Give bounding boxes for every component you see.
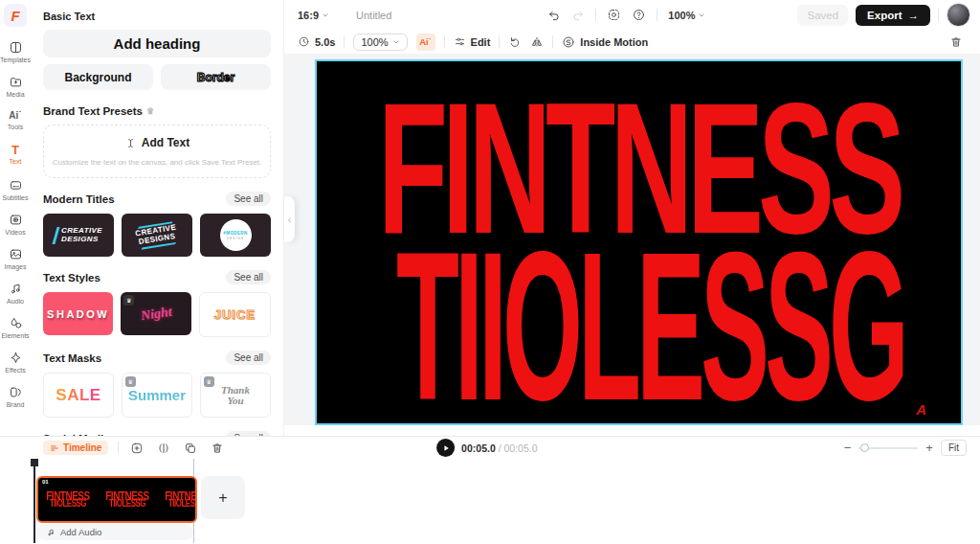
play-button[interactable] [436,439,455,457]
text-mask-thumb-sale[interactable]: SALE [43,373,114,418]
thumb-text: SALE [56,386,100,405]
text-mask-thumb-thank-you[interactable]: ♛ Thank You [200,373,271,418]
sidebar-item-label: Images [5,263,27,270]
panel-collapse-button[interactable]: ‹ [284,196,295,242]
add-scene-button[interactable] [130,442,144,455]
text-style-thumb-shadow[interactable]: SHADOW [43,292,113,335]
add-text-preset-box[interactable]: Add Text Customize the text on the canva… [43,125,271,178]
sidebar-item-audio[interactable]: Audio [0,276,31,309]
text-masks-title: Text Masks [43,352,101,364]
sidebar-item-label: Media [6,91,24,98]
elements-shapes-icon [9,316,23,330]
premium-crown-badge: ♛ [204,376,214,387]
top-toolbar: 16:9 Untitled 100% Saved Export [284,0,980,30]
split-button[interactable] [157,442,170,455]
text-scale-value: 100% [361,36,388,48]
text-panel: Basic Text Add heading Background Border… [31,0,284,436]
redo-button[interactable] [571,9,585,22]
ai-tools-icon: Ai˙ [9,110,21,122]
modern-title-thumb-2[interactable]: CREATIVEDESIGNS [122,214,192,257]
add-text-label: Add Text [142,136,189,149]
preset-hint: Customize the text on the canvas, and cl… [52,158,262,167]
inside-motion-button[interactable]: Inside Motion [562,35,648,49]
clip-thumb-text: TIIOLESSG [157,499,197,509]
ai-text-button[interactable]: Ai˙ [416,34,435,51]
user-avatar[interactable] [947,3,970,27]
playhead-line[interactable] [33,459,35,543]
sidebar-item-effects[interactable]: Effects [0,345,31,378]
sidebar-item-label: Tools [8,124,23,130]
chevron-down-icon [322,11,329,19]
text-scale-dropdown[interactable]: 100% [353,34,407,51]
background-text-button[interactable]: Background [43,64,153,90]
clip-thumb-text: TIIOLESSG [38,499,98,509]
social-media-see-all[interactable]: See all [226,431,271,436]
divider [552,35,553,48]
border-text-button[interactable]: Border [161,64,271,90]
export-button[interactable]: Export → [856,5,930,26]
app-logo[interactable]: F [4,4,27,27]
delete-clip-button[interactable] [211,442,224,455]
stage-area: 16:9 Untitled 100% Saved Export [284,0,980,425]
video-canvas[interactable]: FINTNESS TIIOLESSG A [315,59,963,425]
sidebar-item-brand[interactable]: Brand [0,379,31,413]
focus-frame-button[interactable] [607,8,621,22]
inside-motion-icon [562,35,575,49]
text-masks-see-all[interactable]: See all [226,351,271,365]
premium-crown-badge: ♛ [123,295,134,306]
videos-icon [9,213,23,227]
edit-button[interactable]: Edit [454,35,491,48]
aspect-ratio-dropdown[interactable]: 16:9 [298,10,329,21]
fit-button[interactable]: Fit [941,440,967,456]
playhead-handle[interactable] [31,459,38,466]
thumb-text: SHADOW [47,308,109,320]
canvas-watermark: A [916,401,926,418]
effects-sparkle-icon [9,351,23,365]
sidebar-item-ai-tools[interactable]: Ai˙ Tools [0,103,31,137]
canvas-zoom-dropdown[interactable]: 100% [668,10,705,21]
templates-icon [9,40,23,55]
rotate-button[interactable] [508,35,522,49]
sidebar-item-media[interactable]: Media [0,69,31,102]
chevron-down-icon [392,38,400,46]
timeline-icon [50,443,59,453]
element-toolbar: 5.0s 100% Ai˙ Edit Inside Motion [284,30,980,54]
duration-control[interactable]: 5.0s [298,35,335,48]
timeline-panel: Timeline 00:05.0 / 00:05.0 − [0,425,980,544]
modern-title-thumb-3[interactable]: #MODERN DESIGN [200,214,271,257]
divider [657,9,657,21]
project-title[interactable]: Untitled [356,10,391,21]
timeline-zoom-in-button[interactable]: + [925,441,933,455]
undo-button[interactable] [547,9,561,22]
canvas-text-line-2[interactable]: TIIOLESSG [317,220,961,425]
basic-text-title: Basic Text [43,11,271,22]
sidebar-item-subtitles[interactable]: Subtitles [0,172,31,206]
modern-titles-title: Modern Titles [43,193,115,205]
text-styles-see-all[interactable]: See all [226,270,271,284]
modern-title-thumb-1[interactable]: CREATIVEDESIGNS [43,214,114,257]
thumb-text: Thank [221,385,250,396]
add-scene-tile[interactable]: + [201,476,245,519]
timeline-zoom-slider[interactable] [858,443,918,452]
sidebar-item-videos[interactable]: Videos [0,207,31,240]
sidebar-item-images[interactable]: Images [0,241,31,275]
delete-element-button[interactable] [949,35,963,49]
flip-button[interactable] [530,35,544,49]
thumb-text: JUICE [214,307,256,322]
timeline-zoom-out-button[interactable]: − [844,441,852,455]
slider-knob[interactable] [860,443,869,452]
text-style-thumb-night[interactable]: ♛ Night [121,292,190,335]
sidebar-item-elements[interactable]: Elements [0,310,31,344]
add-heading-button[interactable]: Add heading [43,30,271,57]
sidebar: F Templates Media Ai˙ Tools T Text Subti… [0,0,31,425]
modern-titles-see-all[interactable]: See all [226,192,271,206]
text-mask-thumb-summer[interactable]: ♛ Summer [122,373,192,418]
help-button[interactable] [632,8,646,22]
duplicate-button[interactable] [184,442,197,455]
sidebar-item-templates[interactable]: Templates [0,34,31,68]
add-audio-button[interactable]: Add Audio [36,524,193,540]
timeline-toggle-button[interactable]: Timeline [43,441,108,455]
sidebar-item-text[interactable]: T Text [0,138,31,171]
timeline-clip[interactable]: 01 FINTNESS TIIOLESSG FINTNESS TIIOLESSG… [36,476,197,523]
text-style-thumb-juice[interactable]: JUICE [199,292,271,337]
